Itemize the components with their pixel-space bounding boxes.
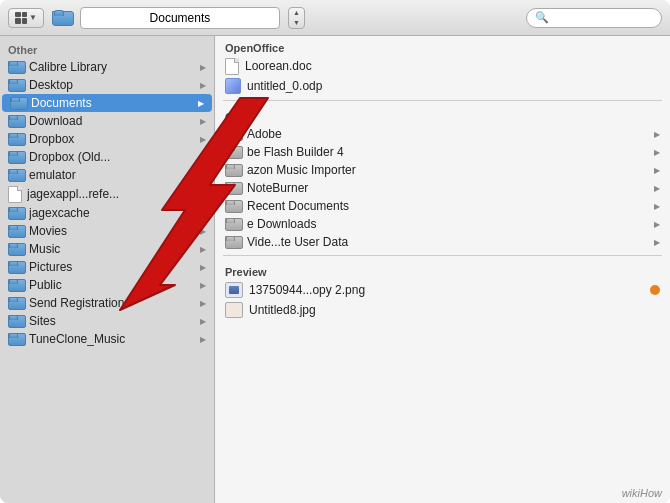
search-input[interactable]: [553, 11, 653, 25]
document-icon: [225, 58, 239, 74]
list-item[interactable]: NoteBurner ▶: [215, 179, 670, 197]
chevron-right-icon: ▶: [200, 63, 206, 72]
folder-icon: [8, 315, 24, 328]
stepper-button[interactable]: ▲ ▼: [288, 7, 305, 29]
chevron-right-icon: ▶: [200, 135, 206, 144]
folder-icon: [52, 10, 72, 26]
item-label: Vide...te User Data: [247, 235, 648, 249]
folder-icon: [8, 115, 24, 128]
folder-icon: [8, 169, 24, 182]
list-item[interactable]: jagexappl...refe...: [0, 184, 214, 204]
chevron-right-icon: ▶: [200, 245, 206, 254]
list-item[interactable]: Untitled8.jpg: [215, 300, 670, 320]
chevron-right-icon: ▶: [198, 99, 204, 108]
divider: [223, 255, 662, 256]
item-label: Movies: [29, 224, 195, 238]
list-item[interactable]: Sites ▶: [0, 312, 214, 330]
chevron-right-icon: ▶: [200, 171, 206, 180]
document-icon: [8, 186, 22, 202]
item-label: Untitled8.jpg: [249, 303, 660, 317]
chevron-right-icon: ▶: [200, 227, 206, 236]
presentation-icon: [225, 78, 241, 94]
up-arrow-icon: ▲: [289, 8, 304, 18]
item-label: Music: [29, 242, 195, 256]
list-item[interactable]: Music ▶: [0, 240, 214, 258]
item-label: Recent Documents: [247, 199, 648, 213]
item-label: Sites: [29, 314, 195, 328]
item-label: emulator: [29, 168, 195, 182]
chevron-right-icon: ▶: [200, 209, 206, 218]
folder-icon: [225, 164, 241, 177]
list-item[interactable]: untitled_0.odp: [215, 76, 670, 96]
item-label: Adobe: [247, 127, 648, 141]
folder-icon: [225, 236, 241, 249]
folder-icon: [10, 97, 26, 110]
image-icon: [225, 302, 243, 318]
list-item[interactable]: Desktop ▶: [0, 76, 214, 94]
list-item[interactable]: Loorean.doc: [215, 56, 670, 76]
search-box[interactable]: 🔍: [526, 8, 662, 28]
item-label: TuneClone_Music: [29, 332, 195, 346]
list-item[interactable]: be Flash Builder 4 ▶: [215, 143, 670, 161]
divider: [223, 100, 662, 101]
list-item[interactable]: Public ▶: [0, 276, 214, 294]
image-icon: [225, 282, 243, 298]
folder-icon: [8, 207, 24, 220]
chevron-right-icon: ▶: [200, 117, 206, 126]
list-item[interactable]: Recent Documents ▶: [215, 197, 670, 215]
folder-icon: [8, 79, 24, 92]
chevron-right-icon: ▶: [200, 299, 206, 308]
list-item[interactable]: 13750944...opy 2.png: [215, 280, 670, 300]
right-section-header-other: Other: [215, 105, 670, 125]
status-dot: [650, 285, 660, 295]
folder-icon: [225, 128, 241, 141]
list-item-downloads[interactable]: Download ▶: [0, 112, 214, 130]
list-item-documents[interactable]: Documents ▶: [2, 94, 212, 112]
folder-name-input[interactable]: [80, 7, 280, 29]
list-item[interactable]: Vide...te User Data ▶: [215, 233, 670, 251]
folder-icon: [8, 279, 24, 292]
item-label: 13750944...opy 2.png: [249, 283, 644, 297]
folder-icon: [8, 243, 24, 256]
list-item[interactable]: Calibre Library ▶: [0, 58, 214, 76]
list-item[interactable]: azon Music Importer ▶: [215, 161, 670, 179]
down-arrow-icon: ▼: [289, 18, 304, 28]
item-label: Dropbox (Old...: [29, 150, 195, 164]
folder-icon: [8, 333, 24, 346]
item-label: azon Music Importer: [247, 163, 648, 177]
list-item[interactable]: jagexcache ▶: [0, 204, 214, 222]
list-item[interactable]: Dropbox (Old... ▶: [0, 148, 214, 166]
chevron-right-icon: ▶: [200, 263, 206, 272]
chevron-right-icon: ▶: [200, 335, 206, 344]
right-panel: OpenOffice Loorean.doc untitled_0.odp Ot…: [215, 36, 670, 503]
list-item[interactable]: TuneClone_Music ▶: [0, 330, 214, 348]
list-item[interactable]: Adobe ▶: [215, 125, 670, 143]
chevron-right-icon: ▶: [654, 202, 660, 211]
wikihow-watermark: wikiHow: [622, 487, 662, 499]
item-label: untitled_0.odp: [247, 79, 660, 93]
chevron-right-icon: ▶: [200, 317, 206, 326]
view-switcher-button[interactable]: ▼: [8, 8, 44, 28]
left-section-header: Other: [0, 40, 214, 58]
list-item[interactable]: Dropbox ▶: [0, 130, 214, 148]
chevron-right-icon: ▶: [654, 148, 660, 157]
chevron-right-icon: ▶: [654, 166, 660, 175]
list-item[interactable]: Pictures ▶: [0, 258, 214, 276]
folder-icon: [8, 61, 24, 74]
item-label: Pictures: [29, 260, 195, 274]
list-item[interactable]: Send Registration ▶: [0, 294, 214, 312]
list-item[interactable]: e Downloads ▶: [215, 215, 670, 233]
item-label: Calibre Library: [29, 60, 195, 74]
folder-icon: [8, 261, 24, 274]
folder-icon: [225, 182, 241, 195]
item-label: NoteBurner: [247, 181, 648, 195]
list-item[interactable]: Movies ▶: [0, 222, 214, 240]
item-label: be Flash Builder 4: [247, 145, 648, 159]
folder-icon: [225, 146, 241, 159]
list-item[interactable]: emulator ▶: [0, 166, 214, 184]
item-label: Desktop: [29, 78, 195, 92]
chevron-down-icon: ▼: [29, 13, 37, 22]
chevron-right-icon: ▶: [200, 81, 206, 90]
item-label: Send Registration: [29, 296, 195, 310]
item-label: Public: [29, 278, 195, 292]
